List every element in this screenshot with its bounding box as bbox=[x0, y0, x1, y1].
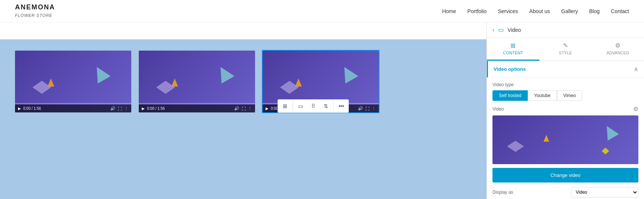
video-settings-btn[interactable]: ⚙ bbox=[633, 105, 638, 112]
nav-blog[interactable]: Blog bbox=[589, 8, 600, 14]
nav-portfolio[interactable]: Portfolio bbox=[467, 8, 486, 14]
tab-advanced[interactable]: ⚙ ADVANCED bbox=[591, 37, 644, 61]
type-youtube[interactable]: Youtube bbox=[528, 90, 557, 101]
nav-home[interactable]: Home bbox=[442, 8, 456, 14]
video-controls-1: ▶ 0:00 / 1:56 🔊 ⛶ ⋮ bbox=[15, 105, 131, 112]
time-2: 0:00 / 1:56 bbox=[147, 106, 165, 111]
main-nav: Home Portfolio Services About us Gallery… bbox=[442, 8, 629, 14]
orange-shape-3 bbox=[295, 78, 302, 87]
video-thumb-2: ▶ 0:00 / 1:56 🔊 ⛶ ⋮ bbox=[139, 51, 255, 112]
content-tab-icon: ⊞ bbox=[510, 42, 515, 49]
back-button[interactable]: ‹ bbox=[492, 27, 494, 33]
logo-subtext: Flower Store bbox=[15, 13, 53, 18]
toolbar-video-btn[interactable]: ▭ bbox=[294, 101, 306, 111]
toolbar-move-btn[interactable]: ⇅ bbox=[320, 101, 332, 111]
display-as-label: Display as bbox=[492, 190, 513, 195]
preview-yellow-shape bbox=[602, 148, 609, 154]
panel-icon: ▭ bbox=[498, 26, 504, 33]
nav-gallery[interactable]: Gallery bbox=[561, 8, 578, 14]
advanced-tab-icon: ⚙ bbox=[615, 42, 620, 49]
display-as-select[interactable]: Video Lightbox bbox=[571, 187, 638, 198]
video-thumb-1: ▶ 0:00 / 1:56 🔊 ⛶ ⋮ bbox=[15, 51, 131, 112]
video-type-label: Video type bbox=[492, 82, 638, 87]
panel-title: Video bbox=[507, 27, 521, 33]
fullscreen-icon-2[interactable]: ⛶ bbox=[242, 106, 246, 111]
panel-tabs: ⊞ CONTENT ✎ STYLE ⚙ ADVANCED bbox=[487, 37, 644, 61]
video-controls-2: ▶ 0:00 / 1:56 🔊 ⛶ ⋮ bbox=[139, 105, 255, 112]
volume-icon-2[interactable]: 🔊 bbox=[234, 106, 239, 111]
volume-icon-1[interactable]: 🔊 bbox=[110, 106, 116, 111]
canvas: ⊞ ▭ ⠿ ⇅ ••• ▶ 0:00 / 1:56 🔊 bbox=[0, 22, 486, 199]
toolbar-separator-2 bbox=[333, 102, 334, 111]
nav-services[interactable]: Services bbox=[498, 8, 518, 14]
nav-about[interactable]: About us bbox=[529, 8, 550, 14]
videos-container: ▶ 0:00 / 1:56 🔊 ⛶ ⋮ ▶ bbox=[0, 39, 486, 124]
logo: ANEMONA Flower Store bbox=[15, 4, 55, 19]
panel-body: Video options ∧ Video type Self hosted Y… bbox=[487, 61, 644, 199]
toolbar-more-btn[interactable]: ••• bbox=[335, 101, 347, 111]
preview-orange-shape bbox=[543, 135, 549, 142]
tab-style[interactable]: ✎ STYLE bbox=[539, 37, 592, 61]
video-2: ▶ 0:00 / 1:56 🔊 ⛶ ⋮ bbox=[139, 51, 255, 112]
nav-contact[interactable]: Contact bbox=[611, 8, 629, 14]
toolbar-dots-btn[interactable]: ⠿ bbox=[307, 101, 319, 111]
fullscreen-icon-1[interactable]: ⛶ bbox=[118, 106, 122, 111]
white-bar bbox=[0, 22, 486, 39]
tab-content[interactable]: ⊞ CONTENT bbox=[487, 37, 539, 61]
video-type-buttons: Self hosted Youtube Vimeo bbox=[492, 90, 638, 101]
header: ANEMONA Flower Store Home Portfolio Serv… bbox=[0, 0, 644, 22]
advanced-tab-label: ADVANCED bbox=[606, 51, 629, 55]
more-icon-2[interactable]: ⋮ bbox=[248, 106, 252, 111]
progress-bar-1 bbox=[15, 103, 131, 104]
change-video-button[interactable]: Change video bbox=[492, 168, 638, 183]
style-tab-icon: ✎ bbox=[563, 42, 568, 49]
toolbar-separator bbox=[293, 102, 293, 111]
toolbar-grid-btn[interactable]: ⊞ bbox=[279, 101, 291, 111]
section-collapse-icon[interactable]: ∧ bbox=[634, 66, 638, 73]
orange-shape-2 bbox=[171, 78, 178, 87]
video-1: ▶ 0:00 / 1:56 🔊 ⛶ ⋮ bbox=[15, 51, 131, 112]
type-self-hosted[interactable]: Self hosted bbox=[492, 90, 528, 101]
main-area: ⊞ ▭ ⠿ ⇅ ••• ▶ 0:00 / 1:56 🔊 bbox=[0, 22, 644, 199]
fullscreen-icon-3[interactable]: ⛶ bbox=[365, 106, 369, 111]
style-tab-label: STYLE bbox=[559, 51, 572, 55]
video-options-section-header: Video options ∧ bbox=[487, 61, 644, 78]
panel-header: ‹ ▭ Video bbox=[487, 22, 644, 37]
section-content: Video type Self hosted Youtube Vimeo Vid… bbox=[487, 78, 644, 199]
play-btn-1[interactable]: ▶ bbox=[18, 106, 21, 111]
more-icon-1[interactable]: ⋮ bbox=[124, 106, 128, 111]
progress-bar-2 bbox=[139, 103, 255, 104]
content-tab-label: CONTENT bbox=[503, 51, 523, 55]
video-preview bbox=[492, 115, 638, 164]
more-icon-3[interactable]: ⋮ bbox=[372, 106, 376, 111]
play-btn-3[interactable]: ▶ bbox=[266, 106, 269, 111]
video-field-label: Video bbox=[492, 106, 504, 112]
right-panel: ‹ ▭ Video ⊞ CONTENT ✎ STYLE ⚙ ADVANCED V… bbox=[486, 22, 644, 199]
volume-icon-3[interactable]: 🔊 bbox=[358, 106, 363, 111]
video-field-row: Video ⚙ bbox=[492, 105, 638, 112]
display-as-row: Display as Video Lightbox bbox=[492, 187, 638, 198]
type-vimeo[interactable]: Vimeo bbox=[557, 90, 582, 101]
orange-shape-1 bbox=[48, 78, 54, 87]
section-title: Video options bbox=[494, 66, 526, 72]
video-toolbar: ⊞ ▭ ⠿ ⇅ ••• bbox=[278, 99, 349, 113]
time-1: 0:00 / 1:56 bbox=[23, 106, 41, 111]
play-btn-2[interactable]: ▶ bbox=[142, 106, 145, 111]
logo-text: ANEMONA bbox=[15, 3, 55, 11]
